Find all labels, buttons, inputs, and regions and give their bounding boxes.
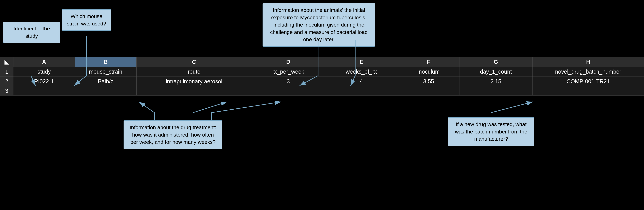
cell-f3[interactable]	[398, 86, 459, 95]
col-header-g[interactable]: G	[459, 57, 532, 67]
cell-e1[interactable]: weeks_of_rx	[325, 67, 398, 77]
corner-cell: ◣	[0, 57, 14, 67]
spreadsheet: ◣ A B C D E F G H 1 study mouse_strain r…	[0, 57, 644, 95]
arrow-route	[139, 102, 154, 120]
cell-e2[interactable]: 4	[325, 77, 398, 86]
cell-g2[interactable]: 2.15	[459, 77, 532, 86]
cell-b2[interactable]: Balb/c	[75, 77, 136, 86]
tooltip-mouse-strain: Which mouse strain was used?	[62, 9, 111, 31]
cell-g3[interactable]	[459, 86, 532, 95]
tooltip-batch-number: If a new drug was tested, what was the b…	[448, 117, 534, 146]
cell-h2[interactable]: COMP-001-TR21	[532, 77, 644, 86]
cell-a1[interactable]: study	[13, 67, 75, 77]
cell-h3[interactable]	[532, 86, 644, 95]
cell-f1[interactable]: inoculum	[398, 67, 459, 77]
row-num-1: 1	[0, 67, 14, 77]
data-row-1: 1 study mouse_strain route rx_per_week w…	[0, 67, 644, 77]
data-row-3: 3	[0, 86, 644, 95]
cell-e3[interactable]	[325, 86, 398, 95]
cell-c1[interactable]: route	[136, 67, 252, 77]
row-num-2: 2	[0, 77, 14, 86]
cell-f2[interactable]: 3.55	[398, 77, 459, 86]
col-header-e[interactable]: E	[325, 57, 398, 67]
col-header-f[interactable]: F	[398, 57, 459, 67]
cell-d2[interactable]: 3	[252, 77, 325, 86]
col-header-h[interactable]: H	[532, 57, 644, 67]
cell-g1[interactable]: day_1_count	[459, 67, 532, 77]
row-num-3: 3	[0, 86, 14, 95]
col-header-a[interactable]: A	[13, 57, 75, 67]
arrow-weeks-of-rx	[212, 102, 281, 120]
data-row-2: 2 PI022-1 Balb/c intrapulmonary aerosol …	[0, 77, 644, 86]
cell-d3[interactable]	[252, 86, 325, 95]
cell-a3[interactable]	[13, 86, 75, 95]
cell-c3[interactable]	[136, 86, 252, 95]
col-header-b[interactable]: B	[75, 57, 136, 67]
col-header-d[interactable]: D	[252, 57, 325, 67]
cell-h1[interactable]: novel_drug_batch_number	[532, 67, 644, 77]
column-header-row: ◣ A B C D E F G H	[0, 57, 644, 67]
cell-b3[interactable]	[75, 86, 136, 95]
cell-d1[interactable]: rx_per_week	[252, 67, 325, 77]
cell-b1[interactable]: mouse_strain	[75, 67, 136, 77]
arrow-batch-number	[491, 102, 533, 117]
arrow-rx-per-week	[193, 102, 227, 120]
cell-a2[interactable]: PI022-1	[13, 77, 75, 86]
tooltip-infection: Information about the animals’ the initi…	[262, 3, 375, 47]
tooltip-identifier: Identifier for the study	[3, 22, 60, 43]
sheet-table: ◣ A B C D E F G H 1 study mouse_strain r…	[0, 57, 644, 95]
col-header-c[interactable]: C	[136, 57, 252, 67]
tooltip-drug-treatment: Information about the drug treatment: ho…	[124, 120, 222, 149]
cell-c2[interactable]: intrapulmonary aerosol	[136, 77, 252, 86]
